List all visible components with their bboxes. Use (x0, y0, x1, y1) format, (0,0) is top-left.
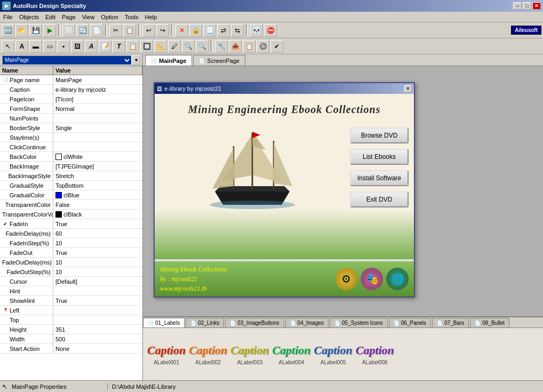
label-item-3[interactable]: CaptionALabel004 (272, 343, 310, 365)
prop-row-2[interactable]: PageIcon[TIcon] (0, 94, 142, 104)
prop-row-24[interactable]: 📍Left (0, 306, 142, 315)
prop-row-11[interactable]: GradualStyleTopBottom (0, 181, 142, 190)
prop-row-0[interactable]: 📄Page nameMainPage (0, 75, 142, 85)
prop-row-17[interactable]: FadeInStep(%)10 (0, 238, 142, 248)
maximize-button[interactable]: □ (523, 2, 531, 10)
preview-btn-list-ebooks[interactable]: List Ebooks (350, 149, 409, 165)
btab-05_system-icons[interactable]: 📄05_System Icons (330, 318, 388, 327)
prop-row-10[interactable]: BackImageStyleStretch (0, 171, 142, 181)
prop-row-12[interactable]: GradualColorclBlue (0, 190, 142, 200)
menu-item-edit[interactable]: Edit (42, 13, 59, 21)
redo-button[interactable]: ↪ (156, 24, 169, 37)
page-arrow-button[interactable]: ▾ (132, 55, 140, 65)
page-dropdown[interactable]: MainPage (2, 55, 132, 65)
label-item-4[interactable]: CaptionALabel005 (314, 343, 353, 365)
btab-02_links[interactable]: 📄02_Links (186, 318, 224, 327)
label-item-1[interactable]: CaptionALabel002 (189, 343, 227, 365)
btab-08_bullet[interactable]: 📄08_Bullet (470, 318, 509, 327)
text-tool[interactable]: A (15, 40, 28, 53)
preview-btn-install-software[interactable]: Install Software (350, 170, 409, 186)
prop-row-21[interactable]: Cursor[Default] (0, 277, 142, 286)
pen-tool[interactable]: 🖊 (168, 40, 181, 53)
line-tool[interactable]: ▬ (29, 40, 42, 53)
copy-button[interactable]: 📋 (123, 24, 136, 37)
groupbox-tool[interactable]: 🔲 (140, 40, 153, 53)
square-tool[interactable]: ▪ (57, 40, 70, 53)
cut-button[interactable]: ✂ (109, 24, 122, 37)
preview-button[interactable]: ⬜ (62, 24, 75, 37)
menu-item-help[interactable]: Help (141, 13, 160, 21)
btab-03_imagebuttons[interactable]: 📄03_ImageButtons (225, 318, 284, 327)
minimize-button[interactable]: ─ (513, 2, 522, 10)
prop-row-1[interactable]: Captione-library by mjcoolz (0, 85, 142, 94)
radio-tool[interactable]: 🔘 (257, 40, 269, 53)
label-item-2[interactable]: CaptionALabel003 (230, 343, 269, 365)
btab-01_labels[interactable]: 📄01_Labels (143, 318, 185, 327)
richtext-tool[interactable]: T (113, 40, 125, 53)
export-tool[interactable]: 📤 (229, 40, 242, 53)
memo-tool[interactable]: 📝 (99, 40, 111, 53)
tab-screenpage[interactable]: 📄ScreenPage (193, 55, 245, 66)
prop-row-3[interactable]: FormShapeNormal (0, 104, 142, 114)
align-l-button[interactable]: ⇄ (217, 24, 230, 37)
new-button[interactable]: 🆕 (2, 24, 14, 37)
delete-button[interactable]: ✕ (175, 24, 188, 37)
refresh-button[interactable]: 🔄 (76, 24, 89, 37)
label-item-0[interactable]: CaptionALabel001 (147, 343, 186, 365)
prop-row-28[interactable]: Start ActionNone (0, 344, 142, 354)
prop-row-9[interactable]: BackImage[TJPEGImage] (0, 162, 142, 171)
save-button[interactable]: 💾 (29, 24, 42, 37)
preview-btn-browse-dvd[interactable]: Browse DVD (350, 127, 409, 143)
prop-row-19[interactable]: FadeOutDelay(ms)10 (0, 258, 142, 267)
label-item-5[interactable]: CaptionALabel006 (356, 343, 394, 365)
close-button[interactable]: ✕ (532, 2, 541, 10)
prop-row-7[interactable]: ClickContinue (0, 142, 142, 152)
prop-row-13[interactable]: TransparentColorFalse (0, 200, 142, 210)
zoom-in-tool[interactable]: 🔍 (182, 40, 195, 53)
rect-tool[interactable]: ▭ (43, 40, 56, 53)
prop-row-6[interactable]: Staytime(s) (0, 133, 142, 142)
prop-row-14[interactable]: TransparentColorValueclBlack (0, 210, 142, 219)
menu-item-page[interactable]: Page (59, 13, 79, 21)
window-controls[interactable]: ─ □ ✕ (513, 2, 541, 10)
preview-btn-exit-dvd[interactable]: Exit DVD (350, 191, 409, 207)
preview-close-button[interactable]: ✕ (404, 85, 412, 92)
align-r-button[interactable]: ⇆ (231, 24, 244, 37)
undo-button[interactable]: ↩ (142, 24, 155, 37)
btab-04_images[interactable]: 📄04_Images (285, 318, 329, 327)
check-tool[interactable]: ✔ (270, 40, 283, 53)
menu-item-file[interactable]: File (0, 13, 16, 21)
prop-row-16[interactable]: FadeInDelay(ms)60 (0, 229, 142, 238)
image-tool[interactable]: 🖼 (71, 40, 84, 53)
prop-row-20[interactable]: FadeOutStep(%)10 (0, 267, 142, 277)
prop-row-23[interactable]: ShowHintTrue (0, 296, 142, 306)
settings-tool[interactable]: 🔧 (215, 40, 228, 53)
shape-tool[interactable]: 📐 (154, 40, 167, 53)
prop-row-4[interactable]: NumPoints (0, 114, 142, 123)
btab-06_panels[interactable]: 📄06_Panels (389, 318, 431, 327)
doc-button[interactable]: 📃 (203, 24, 216, 37)
prop-row-15[interactable]: ✔FadeInTrue (0, 219, 142, 229)
label-tool[interactable]: A (85, 40, 98, 53)
lock-button[interactable]: 🔒 (189, 24, 202, 37)
open-button[interactable]: 📂 (15, 24, 28, 37)
menu-item-option[interactable]: Option (98, 13, 121, 21)
stop-button[interactable]: ⛔ (264, 24, 277, 37)
zoom-out-tool[interactable]: 🔍 (196, 40, 209, 53)
prop-row-25[interactable]: Top (0, 315, 142, 325)
prop-row-8[interactable]: BackColorclWhite (0, 152, 142, 162)
panel-tool[interactable]: 📋 (126, 40, 139, 53)
run-button[interactable]: ▶ (43, 24, 56, 37)
prop-row-26[interactable]: Height351 (0, 325, 142, 334)
prop-row-27[interactable]: Width500 (0, 334, 142, 344)
menu-item-tools[interactable]: Tools (122, 13, 142, 21)
prop-row-5[interactable]: BorderStyleSingle (0, 123, 142, 133)
page-button[interactable]: 📄 (90, 24, 103, 37)
btab-07_bars[interactable]: 📄07_Bars (432, 318, 469, 327)
menu-item-objects[interactable]: Objects (16, 13, 42, 21)
prop-row-22[interactable]: Hint (0, 286, 142, 296)
prop-row-18[interactable]: FadeOutTrue (0, 248, 142, 258)
page-selector[interactable]: MainPage ▾ (0, 54, 142, 66)
tab-mainpage[interactable]: 📄MainPage (145, 55, 192, 66)
paste-tool[interactable]: 📋 (243, 40, 255, 53)
